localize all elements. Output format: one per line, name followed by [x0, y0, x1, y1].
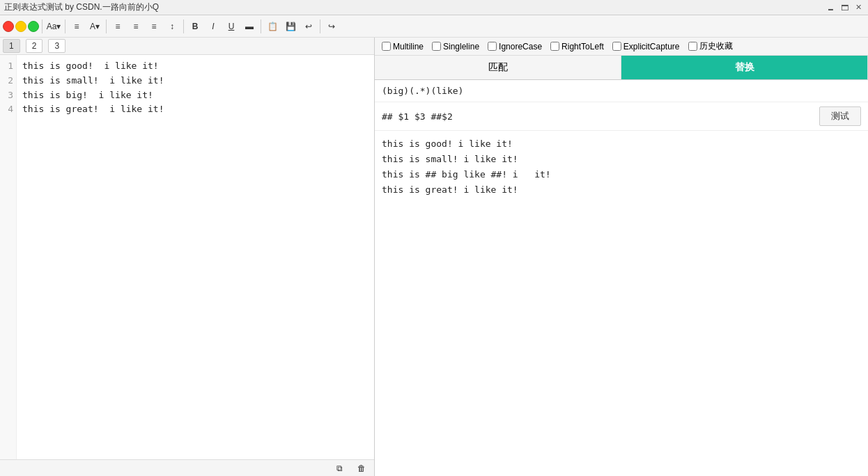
- checkbox-singleline[interactable]: [432, 42, 441, 51]
- option-singleline[interactable]: Singleline: [432, 42, 479, 51]
- replace-input[interactable]: [382, 111, 814, 122]
- tab-replace[interactable]: 替换: [621, 56, 868, 79]
- checkbox-explicitcapture[interactable]: [612, 42, 621, 51]
- align-center-button[interactable]: ≡: [127, 18, 144, 35]
- copy-icon[interactable]: ⧉: [331, 460, 348, 477]
- text-editor: 1 2 3 4 this is good! i like it! this is…: [0, 55, 374, 459]
- circle-yellow[interactable]: [15, 21, 26, 32]
- line-numbers: 1 2 3 4: [0, 55, 17, 459]
- tab-match[interactable]: 匹配: [375, 56, 621, 79]
- font-dropdown-button[interactable]: Aa▾: [45, 18, 62, 35]
- editor-content[interactable]: this is good! i like it! this is small! …: [17, 55, 374, 459]
- sep4: [183, 19, 184, 33]
- regex-input[interactable]: [382, 86, 861, 96]
- result-line-3: this is ## big like ##! i it!: [382, 167, 861, 182]
- tab-1[interactable]: 1: [3, 39, 20, 53]
- sep6: [320, 19, 320, 33]
- bold-button[interactable]: B: [187, 18, 203, 35]
- result-line-2: this is small! i like it!: [382, 152, 861, 167]
- color-button[interactable]: A▾: [86, 18, 103, 35]
- checkbox-history[interactable]: [688, 42, 697, 51]
- align-right-button[interactable]: ≡: [146, 18, 162, 35]
- sep1: [42, 19, 42, 33]
- sep2: [65, 19, 65, 33]
- title-bar-right: 🗕 🗖 ✕: [825, 2, 864, 13]
- undo-button[interactable]: ↩: [300, 18, 317, 35]
- sep5: [261, 19, 261, 33]
- redo-button[interactable]: ↪: [323, 18, 340, 35]
- right-tabs: 匹配 替换: [375, 56, 868, 80]
- paste-button[interactable]: 📋: [264, 18, 281, 35]
- replace-area: 测试: [375, 102, 868, 131]
- option-history[interactable]: 历史收藏: [688, 40, 733, 52]
- close-button[interactable]: ✕: [853, 2, 864, 13]
- app-title: 正则表达式测试 by CSDN.一路向前的小Q: [4, 1, 159, 13]
- title-bar-left: 正则表达式测试 by CSDN.一路向前的小Q: [4, 1, 159, 13]
- maximize-button[interactable]: 🗖: [839, 2, 850, 13]
- main-area: 1 2 3 1 2 3 4 this is good! i like it! t…: [0, 38, 868, 476]
- sep3: [106, 19, 107, 33]
- left-panel-footer: ⧉ 🗑: [0, 459, 374, 476]
- option-righttoleft[interactable]: RightToLeft: [550, 42, 604, 51]
- tab-2[interactable]: 2: [26, 39, 43, 53]
- right-panel: Multiline Singleline IgnoreCase RightToL…: [375, 38, 868, 476]
- line-tabs: 1 2 3: [0, 38, 374, 55]
- toolbar: Aa▾ ≡ A▾ ≡ ≡ ≡ ↕ B I U ▬ 📋 💾 ↩ ↪: [0, 15, 868, 38]
- left-panel: 1 2 3 1 2 3 4 this is good! i like it! t…: [0, 38, 375, 476]
- format-button[interactable]: ≡: [68, 18, 85, 35]
- option-multiline[interactable]: Multiline: [382, 42, 424, 51]
- tab-3[interactable]: 3: [48, 39, 65, 53]
- italic-button[interactable]: I: [205, 18, 222, 35]
- option-ignorecase[interactable]: IgnoreCase: [488, 42, 542, 51]
- result-line-4: this is great! i like it!: [382, 182, 861, 198]
- title-bar: 正则表达式测试 by CSDN.一路向前的小Q 🗕 🗖 ✕: [0, 0, 868, 15]
- align-left-button[interactable]: ≡: [109, 18, 126, 35]
- regex-input-area: [375, 80, 868, 102]
- checkbox-righttoleft[interactable]: [550, 42, 559, 51]
- circle-red[interactable]: [3, 21, 14, 32]
- strikethrough-button[interactable]: ▬: [241, 18, 258, 35]
- checkbox-ignorecase[interactable]: [488, 42, 497, 51]
- result-area: this is good! i like it! this is small! …: [375, 131, 868, 476]
- indent-button[interactable]: ↕: [164, 18, 180, 35]
- clear-icon[interactable]: 🗑: [353, 460, 370, 477]
- result-line-1: this is good! i like it!: [382, 136, 861, 152]
- checkbox-multiline[interactable]: [382, 42, 391, 51]
- save-button[interactable]: 💾: [282, 18, 299, 35]
- underline-button[interactable]: U: [223, 18, 240, 35]
- circle-green[interactable]: [28, 21, 39, 32]
- minimize-button[interactable]: 🗕: [825, 2, 836, 13]
- options-bar: Multiline Singleline IgnoreCase RightToL…: [375, 38, 868, 56]
- option-explicitcapture[interactable]: ExplicitCapture: [612, 42, 680, 51]
- test-button[interactable]: 测试: [819, 106, 861, 126]
